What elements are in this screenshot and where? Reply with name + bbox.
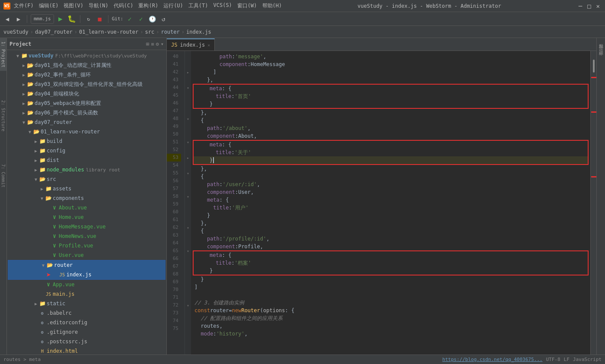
homenews-label: HomeNews.vue [59, 233, 96, 239]
status-link[interactable]: https://blog.csdn.net/qq_4003675... [443, 357, 543, 362]
annotation-3[interactable]: 样标 [597, 46, 605, 49]
tree-index-html[interactable]: H index.html [7, 346, 166, 355]
fold-55[interactable]: ▾ [185, 169, 191, 177]
tree-gitignore[interactable]: ⚙ .gitignore [7, 327, 166, 337]
menu-tools[interactable]: 工具(T) [188, 2, 208, 9]
build-arrow: ▶ [33, 138, 39, 144]
status-encoding[interactable]: UTF-8 [546, 357, 560, 362]
router-folder-icon: 📂 [46, 262, 53, 269]
tree-router-folder[interactable]: ▼ 📂 router [8, 260, 165, 270]
tree-babelrc[interactable]: ⚙ .babelrc [7, 308, 166, 318]
tree-day04[interactable]: ▶ 📂 day04_前端模块化 [7, 89, 166, 98]
project-collapse-icon[interactable]: ≡ [151, 41, 154, 47]
git-clock[interactable]: 🕐 [147, 14, 157, 24]
breadcrumb-day07[interactable]: day07_router [35, 29, 73, 35]
tree-homemessage-vue[interactable]: V HomeMessage.vue [7, 222, 166, 231]
debug-button[interactable]: 🐛 [67, 14, 76, 24]
menu-window[interactable]: 窗口(W) [237, 2, 257, 9]
status-lang[interactable]: JavaScript [573, 357, 602, 362]
tree-root[interactable]: ▼ 📁 vueStudy F:\ffl\webProject\study\vue… [7, 51, 166, 60]
run-config-select[interactable]: mmm.js [31, 14, 54, 24]
maximize-button[interactable]: □ [586, 3, 592, 9]
annotation-2[interactable]: 题 [597, 42, 605, 46]
fold-42[interactable]: ▸ [185, 68, 191, 76]
toolbar-update[interactable]: ↻ [84, 14, 93, 24]
run-button[interactable]: ▶ [56, 14, 65, 24]
tree-01learn[interactable]: ▼ 📂 01_learn-vue-router [7, 127, 166, 136]
ln-73: 73 [167, 309, 181, 317]
menu-code[interactable]: 代码(C) [114, 2, 134, 9]
tree-config[interactable]: ▶ 📁 config [7, 146, 166, 155]
tree-components[interactable]: ▼ 📂 components [7, 193, 166, 203]
annotation-1[interactable]: 触发 [597, 39, 605, 42]
tree-build[interactable]: ▶ 📁 build [7, 136, 166, 146]
menu-file[interactable]: 文件(F) [14, 2, 34, 9]
tree-static[interactable]: ▶ 📁 static [7, 299, 166, 308]
back-button[interactable]: ◀ [3, 14, 12, 24]
fold-51[interactable]: ▾ [185, 138, 191, 146]
tree-homenews-vue[interactable]: V HomeNews.vue [7, 231, 166, 241]
tree-main-js[interactable]: JS main.js [7, 289, 166, 299]
breadcrumb-src[interactable]: src [145, 29, 154, 35]
tree-day07[interactable]: ▼ 📂 day07_router [7, 117, 166, 127]
breadcrumb-vuestudy[interactable]: vueStudy [3, 29, 29, 35]
menu-help[interactable]: 帮助(H) [262, 2, 282, 9]
tree-home-vue[interactable]: V Home.vue [7, 212, 166, 222]
tree-src[interactable]: ▼ 📂 src [7, 174, 166, 184]
code-line-50: component: About, [191, 132, 590, 140]
tree-dist[interactable]: ▶ 📁 dist [7, 155, 166, 165]
breadcrumb-01learn[interactable]: 01_learn-vue-router [79, 29, 138, 35]
fold-72[interactable]: ▾ [185, 301, 191, 309]
code-content[interactable]: path: 'message', component: HomeMessage … [191, 51, 590, 355]
tree-day02[interactable]: ▶ 📂 day02_事件_条件_循环 [7, 70, 166, 79]
status-left: routes > meta [3, 357, 41, 362]
tree-user-vue[interactable]: V User.vue [7, 250, 166, 260]
tree-day05[interactable]: ▶ 📂 day05_webpack使用和配置 [7, 98, 166, 108]
project-expand-icon[interactable]: ⊞ [146, 41, 149, 47]
tab-index-js[interactable]: JS index.js ✕ [167, 38, 215, 51]
status-line-sep[interactable]: LF [564, 357, 570, 362]
tree-editorconfig[interactable]: ⚙ .editorconfig [7, 318, 166, 327]
menu-bar[interactable]: 文件(F) 编辑(E) 视图(V) 导航(N) 代码(C) 重构(R) 运行(U… [14, 2, 282, 9]
ln-67: 67 [167, 263, 181, 270]
git-rollback[interactable]: ↺ [159, 14, 168, 24]
menu-edit[interactable]: 编辑(E) [39, 2, 59, 9]
tab-close-icon[interactable]: ✕ [207, 43, 210, 47]
minimize-button[interactable]: ─ [577, 3, 584, 9]
close-button[interactable]: ✕ [595, 3, 602, 9]
tree-assets[interactable]: ▶ 📁 assets [7, 184, 166, 193]
forward-button[interactable]: ▶ [14, 14, 23, 24]
scrollbar-thumb[interactable] [593, 60, 595, 73]
tree-index-js[interactable]: ➤ JS index.js [8, 270, 165, 279]
01learn-icon: 📂 [33, 128, 40, 135]
fold-44[interactable]: ▾ [185, 84, 191, 92]
project-settings-icon[interactable]: ⚙ [156, 41, 159, 47]
tree-about-vue[interactable]: V About.vue [7, 203, 166, 212]
menu-run[interactable]: 运行(U) [163, 2, 183, 9]
tree-app-vue[interactable]: V App.vue [7, 280, 166, 289]
tree-profile-vue[interactable]: V Profile.vue [7, 241, 166, 250]
fold-58[interactable]: ▾ [185, 193, 191, 200]
tree-node-modules[interactable]: ▶ 📁 node_modules library root [7, 165, 166, 174]
toolbar-separator-2 [80, 15, 80, 23]
breadcrumb-router[interactable]: router [161, 29, 179, 35]
git-checkmark-1[interactable]: ✓ [125, 14, 134, 24]
structure-tab[interactable]: 2: Structure [0, 97, 6, 135]
fold-65[interactable]: ▾ [185, 247, 191, 255]
menu-navigate[interactable]: 导航(N) [89, 2, 108, 9]
toolbar-stop[interactable]: ■ [95, 14, 105, 24]
commit-tab[interactable]: 7: Commit [0, 161, 6, 191]
project-gear-icon[interactable]: ▾ [161, 41, 164, 47]
menu-vcs[interactable]: VCS(S) [213, 2, 232, 9]
tree-day01[interactable]: ▶ 📂 day01_指令_动态绑定_计算属性 [7, 60, 166, 70]
menu-view[interactable]: 视图(V) [64, 2, 83, 9]
tree-postcssrc[interactable]: ⚙ .postcssrc.js [7, 337, 166, 346]
tree-day03[interactable]: ▶ 📂 day03_双向绑定指令_组件化开发_组件化高级 [7, 79, 166, 89]
project-tab[interactable]: 1: Project [0, 38, 6, 71]
menu-refactor[interactable]: 重构(R) [138, 2, 158, 9]
fold-62[interactable]: ▾ [185, 224, 191, 231]
git-checkmark-2[interactable]: ✓ [136, 14, 146, 24]
breadcrumb-file[interactable]: index.js [186, 29, 211, 35]
tree-day06[interactable]: ▶ 📂 day06_两个模式_箭头函数 [7, 108, 166, 117]
fold-48[interactable]: ▾ [185, 115, 191, 123]
